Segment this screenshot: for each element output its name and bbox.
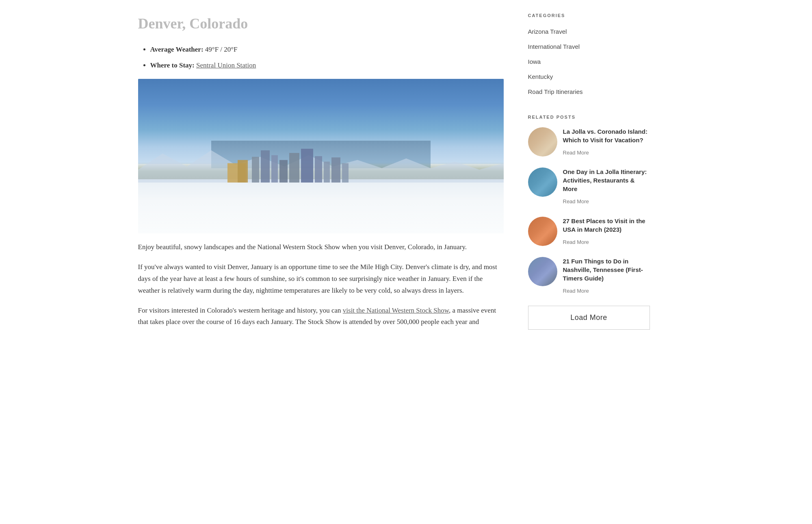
svg-rect-2 — [261, 150, 270, 182]
sidebar: CATEGORIES Arizona Travel International … — [528, 12, 650, 346]
category-list: Arizona Travel International Travel Iowa… — [528, 26, 650, 98]
related-post-thumb-2 — [528, 167, 557, 197]
related-post-title-1[interactable]: La Jolla vs. Coronado Island: Which to V… — [563, 127, 650, 144]
categories-title: CATEGORIES — [528, 12, 650, 20]
related-post-4: 21 Fun Things to Do in Nashville, Tennes… — [528, 257, 650, 296]
related-post-1: La Jolla vs. Coronado Island: Which to V… — [528, 127, 650, 158]
related-post-content-4: 21 Fun Things to Do in Nashville, Tennes… — [563, 257, 650, 296]
svg-rect-5 — [289, 153, 299, 183]
svg-rect-12 — [238, 160, 248, 182]
category-item: International Travel — [528, 41, 650, 52]
related-post-content-2: One Day in La Jolla Itinerary: Activitie… — [563, 167, 650, 207]
svg-rect-4 — [279, 160, 288, 182]
stay-label: Where to Stay: — [150, 61, 195, 69]
category-link-iowa[interactable]: Iowa — [528, 58, 541, 65]
related-post-title-4[interactable]: 21 Fun Things to Do in Nashville, Tennes… — [563, 257, 650, 283]
category-link-kentucky[interactable]: Kentucky — [528, 73, 553, 80]
bullet-where-to-stay: Where to Stay: Sentral Union Station — [150, 60, 504, 71]
related-post-title-3[interactable]: 27 Best Places to Visit in the USA in Ma… — [563, 217, 650, 234]
svg-rect-7 — [315, 156, 322, 183]
paragraph-2: If you've always wanted to visit Denver,… — [138, 261, 504, 297]
svg-rect-10 — [342, 163, 349, 183]
stay-link[interactable]: Sentral Union Station — [196, 61, 256, 69]
svg-rect-9 — [331, 157, 340, 183]
paragraph-1: Enjoy beautiful, snowy landscapes and th… — [138, 241, 504, 253]
category-item: Arizona Travel — [528, 26, 650, 37]
related-post-thumb-4 — [528, 257, 557, 286]
load-more-button[interactable]: Load More — [528, 306, 650, 330]
related-post-2: One Day in La Jolla Itinerary: Activitie… — [528, 167, 650, 207]
svg-rect-8 — [324, 161, 330, 182]
category-link-arizona[interactable]: Arizona Travel — [528, 28, 567, 35]
inline-link-stock-show[interactable]: visit the National Western Stock Show — [343, 307, 449, 314]
page-wrapper: Denver, Colorado Average Weather: 49°F /… — [122, 0, 691, 358]
category-link-road-trip[interactable]: Road Trip Itineraries — [528, 88, 583, 95]
svg-rect-3 — [271, 155, 278, 182]
bullet-weather: Average Weather: 49°F / 20°F — [150, 44, 504, 55]
article-title: Denver, Colorado — [138, 12, 504, 36]
paragraph-3: For visitors interested in Colorado's we… — [138, 305, 504, 328]
category-item: Iowa — [528, 56, 650, 67]
weather-label: Average Weather: — [150, 46, 204, 53]
category-item: Kentucky — [528, 71, 650, 82]
article-bullets: Average Weather: 49°F / 20°F Where to St… — [138, 44, 504, 71]
related-post-thumb-3 — [528, 217, 557, 246]
related-post-title-2[interactable]: One Day in La Jolla Itinerary: Activitie… — [563, 167, 650, 193]
related-post-content-1: La Jolla vs. Coronado Island: Which to V… — [563, 127, 650, 158]
weather-value: 49°F / 20°F — [205, 46, 238, 53]
svg-rect-6 — [301, 148, 313, 182]
skyline-svg — [138, 144, 504, 183]
related-post-3: 27 Best Places to Visit in the USA in Ma… — [528, 217, 650, 247]
svg-rect-1 — [252, 157, 259, 182]
categories-section: CATEGORIES Arizona Travel International … — [528, 12, 650, 98]
main-content: Denver, Colorado Average Weather: 49°F /… — [138, 12, 504, 346]
snow-ground — [138, 179, 504, 233]
article-image — [138, 79, 504, 233]
related-post-thumb-1 — [528, 127, 557, 157]
read-more-link-1[interactable]: Read More — [563, 150, 589, 156]
related-posts-title: RELATED POSTS — [528, 114, 650, 121]
related-posts-section: RELATED POSTS La Jolla vs. Coronado Isla… — [528, 114, 650, 330]
read-more-link-2[interactable]: Read More — [563, 198, 589, 204]
read-more-link-4[interactable]: Read More — [563, 288, 589, 294]
category-link-international[interactable]: International Travel — [528, 43, 580, 50]
category-item: Road Trip Itineraries — [528, 86, 650, 97]
read-more-link-3[interactable]: Read More — [563, 239, 589, 245]
related-post-content-3: 27 Best Places to Visit in the USA in Ma… — [563, 217, 650, 247]
